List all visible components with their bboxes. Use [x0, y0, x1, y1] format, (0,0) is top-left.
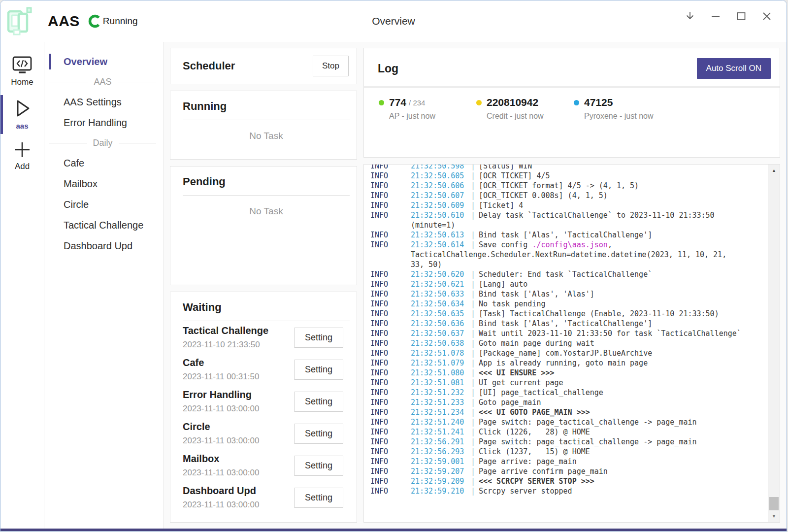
setting-button-mailbox[interactable]: Setting: [294, 456, 343, 476]
log-line: INFO21:32:50.606|[OCR_TICKET format] 4/5…: [370, 181, 768, 191]
nav-item-label: Mailbox: [64, 178, 98, 190]
nav-item-dashboard-upd[interactable]: Dashboard Upd: [44, 235, 163, 256]
scheduler-card: Scheduler Stop: [170, 48, 357, 84]
task-info: Error Handling2023-11-11 03:00:00: [183, 389, 259, 414]
task-info: Mailbox2023-11-11 03:00:00: [183, 453, 259, 478]
stat-dot-icon: [574, 100, 579, 105]
stat-value: 47125: [584, 97, 613, 108]
log-line: INFO21:32:59.207|Page arrive confirm pag…: [370, 466, 768, 476]
running-spinner-icon: [88, 14, 102, 29]
stat-top: 774/ 234: [379, 97, 476, 108]
play-icon: [12, 98, 32, 119]
waiting-card: Waiting Tactical Challenge2023-11-10 21:…: [170, 292, 357, 523]
task-next-run-time: 2023-11-11 03:00:00: [183, 500, 259, 510]
rail-item-home[interactable]: Home: [0, 52, 44, 94]
download-arrow-button[interactable]: [677, 6, 703, 26]
nav-item-circle[interactable]: Circle: [44, 194, 163, 215]
nav-item-mailbox[interactable]: Mailbox: [44, 173, 163, 194]
resource-stat-pyroxene: 47125Pyroxene - just now: [574, 97, 671, 121]
app-title: AAS: [48, 13, 80, 30]
main-content: Scheduler Stop Running No Task Pending N…: [164, 42, 787, 529]
log-title: Log: [378, 62, 398, 75]
stat-top: 47125: [574, 97, 671, 108]
log-line: INFO21:32:50.613|Bind task ['Alas', 'Tac…: [370, 230, 768, 240]
waiting-task-row: Dashboard Upd2023-11-11 03:00:00Setting: [183, 481, 350, 513]
running-title: Running: [183, 100, 227, 112]
nav-item-overview[interactable]: Overview: [44, 51, 163, 72]
log-line: INFO21:32:50.638|Goto main page during w…: [370, 338, 768, 348]
stat-dot-icon: [476, 100, 482, 105]
task-info: Circle2023-11-11 03:00:00: [183, 421, 259, 446]
log-line: INFO21:32:59.209|<<< SCRCPY SERVER STOP …: [370, 476, 768, 486]
auto-scroll-toggle-button[interactable]: Auto Scroll ON: [697, 58, 771, 79]
rail-item-aas[interactable]: aas: [0, 94, 44, 137]
log-line: INFO21:32:59.001|Page arrive: page_main: [370, 457, 768, 466]
setting-button-dashboard-upd[interactable]: Setting: [294, 488, 343, 508]
stat-max: / 234: [409, 99, 425, 107]
task-info: Cafe2023-11-11 00:31:50: [183, 357, 259, 382]
log-lines: INFO21:32:50.598|[Status] WININFO21:32:5…: [364, 165, 768, 522]
running-empty-text: No Task: [183, 131, 350, 141]
stat-label: Pyroxene - just now: [574, 112, 671, 121]
rail-item-label: Add: [15, 162, 30, 171]
code-monitor-icon: [12, 56, 33, 74]
task-name: Cafe: [183, 357, 259, 368]
icon-rail: Home aas Add: [0, 42, 44, 529]
rail-item-add[interactable]: Add: [0, 137, 44, 178]
log-line: INFO21:32:50.634|No task pending: [370, 299, 768, 309]
maximize-button[interactable]: [728, 6, 754, 26]
scrollbar-up-arrow-icon[interactable]: ▲: [768, 166, 780, 175]
pending-empty-text: No Task: [183, 206, 350, 217]
log-line: INFO21:32:56.293|Click (1237, 15) @ HOME: [370, 447, 768, 457]
setting-button-error-handling[interactable]: Setting: [294, 392, 343, 412]
nav-item-label: Overview: [64, 56, 107, 67]
scrollbar-thumb[interactable]: [769, 497, 779, 510]
log-line: INFO21:32:50.598|[Status] WIN: [370, 165, 768, 171]
nav-item-label: Dashboard Upd: [64, 240, 132, 252]
nav-item-tactical-challenge[interactable]: Tactical Challenge: [44, 215, 163, 235]
log-line: INFO21:32:50.614|Save config ./config\aa…: [370, 240, 768, 250]
scheduler-title: Scheduler: [183, 60, 235, 72]
close-button[interactable]: [754, 6, 780, 26]
window-controls: [677, 6, 780, 26]
nav-item-cafe[interactable]: Cafe: [44, 153, 163, 173]
log-line: INFO21:32:51.081|UI get current page: [370, 378, 768, 388]
task-info: Dashboard Upd2023-11-11 03:00:00: [183, 485, 259, 510]
stat-dot-icon: [379, 100, 384, 105]
log-line: INFO21:32:51.233|Goto page_main: [370, 398, 768, 407]
nav-item-error-handling[interactable]: Error Handling: [44, 112, 163, 133]
nav-section-label: Daily: [93, 138, 113, 148]
log-line: INFO21:32:50.620|Scheduler: End task `Ta…: [370, 269, 768, 279]
log-line: INFO21:32:51.080|<<< UI ENSURE >>>: [370, 368, 768, 378]
log-line: INFO21:32:50.621|[Lang] auto: [370, 279, 768, 289]
log-scrollbar[interactable]: ▲ ▼: [768, 165, 780, 522]
waiting-task-row: Circle2023-11-11 03:00:00Setting: [183, 417, 350, 449]
window-bottom-edge: [0, 529, 787, 531]
scheduler-status-text: Running: [103, 16, 138, 27]
stop-button[interactable]: Stop: [313, 56, 349, 76]
log-line: INFO21:32:51.079|App is already running,…: [370, 358, 768, 368]
task-next-run-time: 2023-11-11 03:00:00: [183, 468, 259, 478]
pending-title: Pending: [183, 175, 226, 188]
setting-button-circle[interactable]: Setting: [294, 424, 343, 444]
scrollbar-down-arrow-icon[interactable]: ▼: [768, 511, 780, 521]
task-next-run-time: 2023-11-11 00:31:50: [183, 372, 259, 382]
log-line: INFO21:32:51.234|<<< UI GOTO PAGE_MAIN >…: [370, 407, 768, 417]
log-line: INFO21:32:51.240|Page switch: page_tacti…: [370, 417, 768, 427]
stat-label: AP - just now: [379, 112, 476, 121]
waiting-task-row: Tactical Challenge2023-11-10 21:33:50Set…: [183, 321, 350, 353]
log-line: INFO21:32:50.610|Delay task `TacticalCha…: [370, 210, 768, 220]
setting-button-cafe[interactable]: Setting: [294, 360, 343, 380]
minimize-button[interactable]: [703, 6, 728, 26]
rail-item-label: Home: [11, 77, 33, 87]
task-info: Tactical Challenge2023-11-10 21:33:50: [183, 325, 268, 350]
log-line: INFO21:32:50.607|[OCR_TICKET 0.008s] (4,…: [370, 191, 768, 200]
task-next-run-time: 2023-11-11 03:00:00: [183, 436, 259, 446]
stat-top: 220810942: [476, 97, 574, 108]
nav-item-aas-settings[interactable]: AAS Settings: [44, 92, 163, 112]
setting-button-tactical-challenge[interactable]: Setting: [294, 328, 343, 348]
log-line: INFO21:32:51.232|[UI] page_tactical_chal…: [370, 388, 768, 398]
nav-item-label: Error Handling: [64, 117, 127, 129]
plus-icon: [12, 141, 32, 159]
running-card: Running No Task: [170, 91, 357, 160]
